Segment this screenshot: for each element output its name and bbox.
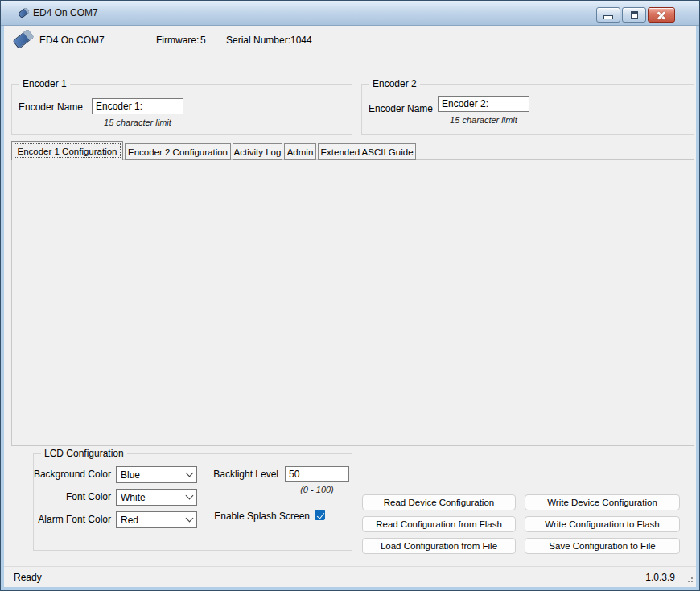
encoder-1-group-title: Encoder 1 (19, 79, 70, 89)
version-text: 1.0.3.9 (645, 572, 675, 583)
tab-panel (11, 159, 694, 446)
titlebar: ED4 On COM7 (1, 1, 699, 26)
firmware-label: Firmware: (156, 35, 199, 46)
minimize-button[interactable] (596, 7, 620, 23)
background-color-value: Blue (121, 469, 140, 481)
font-color-select[interactable]: White (116, 489, 197, 506)
close-button[interactable] (648, 7, 675, 23)
device-name: ED4 On COM7 (39, 35, 105, 46)
encoder-1-name-hint: 15 character limit (92, 118, 183, 127)
serial-value: 1044 (290, 35, 312, 46)
alarm-font-color-select[interactable]: Red (116, 511, 197, 528)
chevron-down-icon (186, 515, 194, 523)
encoder-2-name-label: Encoder Name (369, 104, 433, 114)
alarm-font-color-label: Alarm Font Color (14, 515, 111, 525)
enable-splash-screen-checkbox[interactable] (315, 510, 325, 520)
background-color-select[interactable]: Blue (116, 466, 197, 483)
window-title: ED4 On COM7 (33, 7, 98, 19)
write-configuration-to-flash-button[interactable]: Write Configuration to Flash (525, 516, 680, 532)
tab-encoder-1-configuration[interactable]: Encoder 1 Configuration (11, 141, 123, 160)
device-icon (13, 29, 35, 49)
tab-activity-log[interactable]: Activity Log (233, 143, 282, 160)
read-configuration-from-flash-button[interactable]: Read Configuration from Flash (362, 516, 516, 532)
resize-grip-icon[interactable] (686, 575, 694, 583)
lcd-group-title: LCD Configuration (41, 448, 127, 459)
tab-encoder-2-configuration[interactable]: Encoder 2 Configuration (125, 143, 231, 160)
firmware-value: 5 (200, 35, 206, 46)
status-bar: Ready 1.0.3.9 (4, 566, 696, 587)
enable-splash-screen-label: Enable Splash Screen (194, 511, 310, 522)
load-configuration-from-file-button[interactable]: Load Configuration from File (362, 538, 516, 554)
app-icon (18, 7, 30, 19)
status-text: Ready (14, 572, 42, 583)
restore-button[interactable] (622, 7, 646, 23)
minimize-icon (603, 15, 613, 19)
encoder-2-group-title: Encoder 2 (369, 79, 420, 89)
encoder-2-name-hint: 15 character limit (438, 115, 529, 125)
alarm-font-color-value: Red (121, 515, 138, 526)
chevron-down-icon (186, 469, 194, 477)
encoder-1-name-label: Encoder Name (19, 102, 83, 113)
font-color-value: White (121, 492, 146, 503)
encoder-1-name-input[interactable]: Encoder 1: (92, 98, 183, 114)
backlight-level-hint: (0 - 100) (285, 485, 349, 494)
backlight-level-label: Backlight Level (198, 469, 278, 480)
restore-icon (631, 11, 638, 19)
font-color-label: Font Color (14, 492, 111, 502)
window-frame-right (696, 25, 699, 590)
write-device-configuration-button[interactable]: Write Device Configuration (525, 494, 680, 510)
tab-admin[interactable]: Admin (284, 143, 316, 160)
close-icon (656, 10, 667, 21)
backlight-level-input[interactable]: 50 (285, 466, 349, 482)
tab-extended-ascii-guide[interactable]: Extended ASCII Guide (318, 143, 416, 160)
save-configuration-to-file-button[interactable]: Save Configuration to File (525, 538, 680, 554)
serial-label: Serial Number: (226, 35, 290, 46)
window-frame-left (1, 25, 4, 590)
app-window: ED4 On COM7 ED4 On COM7 Firmware: 5 Seri… (0, 0, 700, 591)
read-device-configuration-button[interactable]: Read Device Configuration (362, 494, 516, 510)
chevron-down-icon (186, 492, 194, 500)
background-color-label: Background Color (14, 469, 111, 480)
encoder-2-name-input[interactable]: Encoder 2: (438, 96, 529, 112)
